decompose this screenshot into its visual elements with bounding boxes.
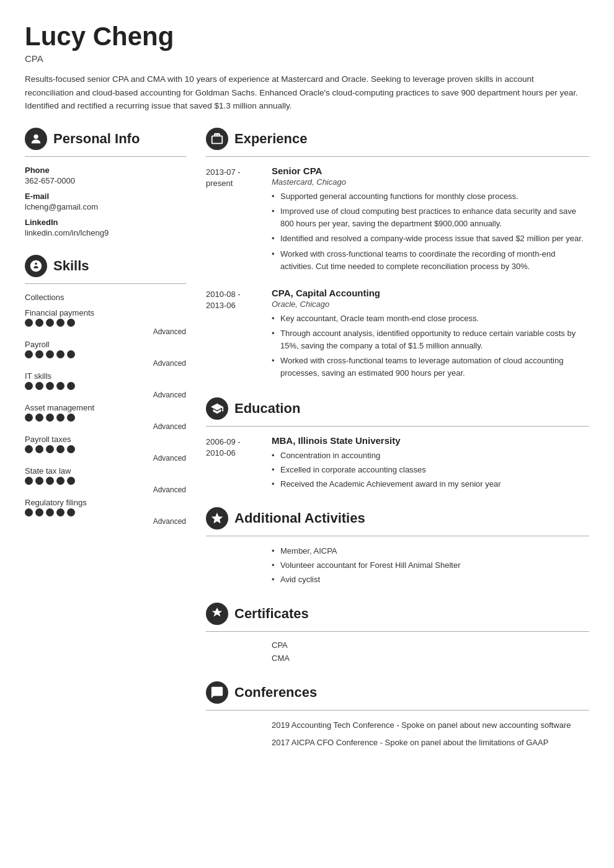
activities-entry: Member, AICPAVolunteer accountant for Fo… bbox=[206, 545, 589, 588]
activity-bullet: Volunteer accountant for Forest Hill Ani… bbox=[272, 559, 460, 572]
candidate-title: CPA bbox=[25, 53, 589, 64]
edu-bullet: Received the Academic Achievement award … bbox=[272, 478, 501, 490]
skill-dot bbox=[25, 414, 33, 422]
skills-header: Skills bbox=[25, 255, 186, 277]
conf-item: 2019 Accounting Tech Conference - Spoke … bbox=[272, 719, 571, 732]
activity-bullet: Member, AICPA bbox=[272, 545, 460, 557]
certificates-section: Certificates CPACMA bbox=[206, 603, 589, 666]
skill-dot bbox=[46, 350, 54, 358]
skills-icon bbox=[25, 255, 47, 277]
collections-label: Collections bbox=[25, 293, 186, 302]
skill-dot bbox=[67, 445, 75, 453]
personal-info-icon bbox=[25, 128, 47, 150]
skill-dot bbox=[46, 414, 54, 422]
edu-bullet: Concentration in accounting bbox=[272, 450, 501, 462]
skill-item: State tax lawAdvanced bbox=[25, 466, 186, 494]
experience-icon bbox=[206, 128, 228, 150]
activities-section: Additional Activities Member, AICPAVolun… bbox=[206, 507, 589, 588]
skill-dot bbox=[56, 508, 65, 516]
email-label: E-mail bbox=[25, 192, 186, 201]
skill-level: Advanced bbox=[25, 485, 186, 494]
edu-degree: MBA, Illinois State University bbox=[272, 435, 501, 446]
conferences-header: Conferences bbox=[206, 681, 589, 704]
exp-bullet: Worked with cross-functional teams to le… bbox=[272, 355, 589, 379]
skill-dot bbox=[67, 319, 75, 327]
skill-dot bbox=[67, 350, 75, 358]
skills-title: Skills bbox=[53, 258, 89, 274]
skills-divider bbox=[25, 283, 186, 284]
personal-info-section: Personal Info Phone 362-657-0000 E-mail … bbox=[25, 128, 186, 237]
edu-dates: 2006-09 -2010-06 bbox=[206, 435, 262, 492]
education-header: Education bbox=[206, 397, 589, 420]
experience-header: Experience bbox=[206, 128, 589, 150]
certs-entry: CPACMA bbox=[206, 640, 589, 666]
certs-list: CPACMA bbox=[272, 640, 290, 666]
conferences-title: Conferences bbox=[234, 684, 317, 701]
candidate-name: Lucy Cheng bbox=[25, 22, 589, 51]
exp-bullet: Improved use of cloud computing best pra… bbox=[272, 205, 589, 230]
skill-dot bbox=[35, 445, 43, 453]
experience-divider bbox=[206, 156, 589, 157]
skill-dots bbox=[25, 414, 186, 422]
skill-dots bbox=[25, 319, 186, 327]
conferences-icon bbox=[206, 681, 228, 704]
experience-entry: 2013-07 -presentSenior CPAMastercard, Ch… bbox=[206, 166, 589, 275]
skill-dot bbox=[56, 477, 65, 485]
skill-dot bbox=[67, 477, 75, 485]
skill-item: Financial paymentsAdvanced bbox=[25, 308, 186, 336]
skill-dot bbox=[46, 445, 54, 453]
personal-info-header: Personal Info bbox=[25, 128, 186, 150]
activities-header: Additional Activities bbox=[206, 507, 589, 529]
personal-info-divider bbox=[25, 156, 186, 157]
skills-section: Skills Collections Financial paymentsAdv… bbox=[25, 255, 186, 526]
skill-dot bbox=[35, 319, 43, 327]
experience-section: Experience 2013-07 -presentSenior CPAMas… bbox=[206, 128, 589, 383]
skill-dot bbox=[46, 382, 54, 390]
skill-level: Advanced bbox=[25, 359, 186, 368]
skill-name: State tax law bbox=[25, 466, 186, 476]
skills-list: Financial paymentsAdvancedPayrollAdvance… bbox=[25, 308, 186, 526]
phone-value: 362-657-0000 bbox=[25, 176, 186, 185]
skill-item: Asset managementAdvanced bbox=[25, 403, 186, 431]
exp-dates: 2010-08 -2013-06 bbox=[206, 288, 262, 383]
skill-level: Advanced bbox=[25, 517, 186, 526]
education-title: Education bbox=[234, 401, 300, 417]
activities-title: Additional Activities bbox=[234, 510, 365, 526]
education-entry: 2006-09 -2010-06MBA, Illinois State Univ… bbox=[206, 435, 589, 492]
edu-bullet: Excelled in corporate accounting classes bbox=[272, 464, 501, 476]
skill-dots bbox=[25, 477, 186, 485]
education-icon bbox=[206, 397, 228, 420]
svg-point-0 bbox=[33, 135, 38, 139]
skill-dot bbox=[56, 414, 65, 422]
skill-dot bbox=[25, 445, 33, 453]
skill-item: Regulatory filingsAdvanced bbox=[25, 498, 186, 526]
conferences-divider bbox=[206, 710, 589, 711]
edu-details: MBA, Illinois State UniversityConcentrat… bbox=[272, 435, 501, 492]
exp-bullets: Key accountant, Oracle team month-end cl… bbox=[272, 312, 589, 380]
skill-name: Asset management bbox=[25, 403, 186, 412]
conf-entry: 2019 Accounting Tech Conference - Spoke … bbox=[206, 719, 589, 753]
linkedin-value: linkedin.com/in/lcheng9 bbox=[25, 228, 186, 237]
candidate-summary: Results-focused senior CPA and CMA with … bbox=[25, 73, 583, 113]
education-section: Education 2006-09 -2010-06MBA, Illinois … bbox=[206, 397, 589, 492]
skill-dot bbox=[46, 508, 54, 516]
skill-dot bbox=[25, 319, 33, 327]
exp-company: Oracle, Chicago bbox=[272, 299, 589, 309]
activities-list: Member, AICPAVolunteer accountant for Fo… bbox=[272, 545, 460, 588]
skill-level: Advanced bbox=[25, 454, 186, 463]
skill-dot bbox=[35, 414, 43, 422]
skill-dot bbox=[56, 445, 65, 453]
exp-job-title: Senior CPA bbox=[272, 166, 589, 176]
cert-item: CPA bbox=[272, 640, 290, 650]
cert-item: CMA bbox=[272, 653, 290, 663]
exp-dates: 2013-07 -present bbox=[206, 166, 262, 275]
email-value: lcheng@gamail.com bbox=[25, 202, 186, 211]
activity-bullet: Avid cyclist bbox=[272, 574, 460, 586]
exp-details: Senior CPAMastercard, ChicagoSupported g… bbox=[272, 166, 589, 275]
skill-dot bbox=[46, 477, 54, 485]
skill-name: Regulatory filings bbox=[25, 498, 186, 507]
skill-dot bbox=[25, 477, 33, 485]
exp-bullets: Supported general accounting functions f… bbox=[272, 190, 589, 273]
exp-details: CPA, Capital AccountingOracle, ChicagoKe… bbox=[272, 288, 589, 383]
exp-company: Mastercard, Chicago bbox=[272, 177, 589, 187]
